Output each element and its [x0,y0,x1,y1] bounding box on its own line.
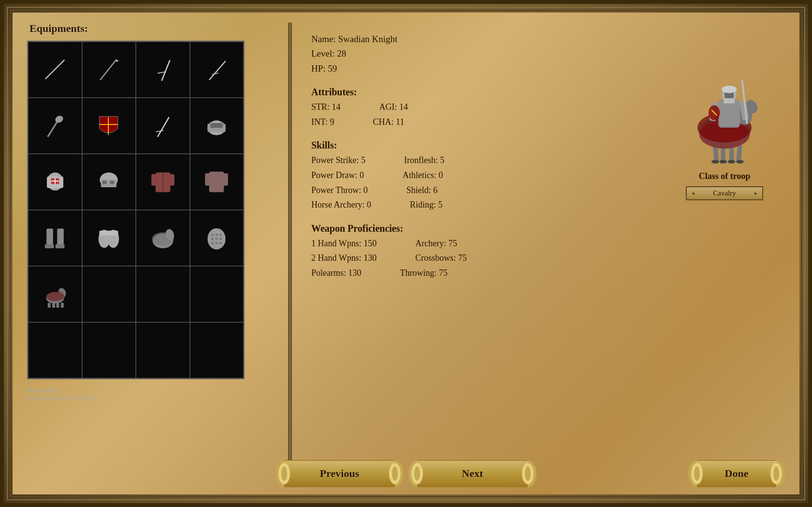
svg-point-54 [46,291,64,301]
svg-rect-30 [56,244,65,248]
equipment-title: Equipments: [29,22,278,35]
svg-point-8 [54,114,64,124]
equipment-cell[interactable] [190,42,244,98]
equipment-cell[interactable] [82,98,136,154]
equipment-grid [27,41,245,379]
svg-line-9 [158,117,169,137]
equipment-cell[interactable] [190,322,244,378]
archery: Archery: 75 [415,236,457,251]
svg-rect-105 [697,487,776,488]
svg-point-94 [525,466,531,481]
weapon-prof-section: Weapon Proficiencies: 1 Hand Wpns: 150 A… [311,223,659,281]
equipment-cell[interactable] [136,322,190,378]
svg-rect-29 [57,228,64,245]
svg-point-84 [281,466,287,481]
svg-point-93 [414,466,420,481]
svg-rect-23 [169,174,174,186]
attributes-section: Attributes: STR: 14 AGI: 14 INT: 9 CHA: … [311,87,659,129]
svg-rect-28 [45,244,54,248]
svg-point-42 [211,238,214,240]
weapon-prof-header: Weapon Proficiencies: [311,223,659,234]
svg-point-39 [211,234,214,236]
svg-rect-53 [61,303,64,308]
equipment-cell[interactable] [82,154,136,210]
equipment-cell[interactable] [190,266,244,322]
horse-archery: Horse Archery: 0 [311,197,371,212]
identity-section: Name: Swadian Knight Level: 28 HP: 59 [311,32,659,76]
equipment-cell[interactable] [28,322,82,378]
svg-point-41 [219,234,222,236]
skills-section: Skills: Power Strike: 5 Ironflesh: 5 Pow… [311,140,659,212]
character-panel: Class of troop Cavalry [664,22,785,485]
stats-panel: Name: Swadian Knight Level: 28 HP: 59 At… [302,22,664,485]
svg-point-103 [773,466,779,481]
svg-rect-86 [284,460,395,461]
riding: Riding: 5 [410,197,443,212]
svg-rect-61 [729,146,734,162]
class-dropdown[interactable]: Cavalry [686,186,763,200]
equipment-cell[interactable] [190,98,244,154]
attributes-header: Attributes: [311,87,659,98]
equipment-cell[interactable] [82,322,136,378]
svg-rect-18 [103,180,107,184]
equipment-cell[interactable] [136,42,190,98]
svg-line-1 [100,60,116,80]
svg-rect-22 [151,174,156,186]
save-status: Autosaving... Game saved successfully. [27,387,278,402]
svg-point-102 [694,466,700,481]
svg-rect-62 [736,146,742,162]
equipment-cell[interactable] [28,42,82,98]
shield: Shield: 6 [406,183,438,198]
svg-rect-26 [223,173,228,185]
character-portrait [676,32,773,167]
two-hand-wpns: 2 Hand Wpns: 130 [311,251,377,266]
equipment-cell[interactable] [82,42,136,98]
equipment-cell[interactable] [28,154,82,210]
done-button[interactable]: Done [688,458,785,490]
svg-point-73 [722,86,737,93]
svg-rect-96 [417,487,528,488]
troop-level: Level: 28 [311,46,659,61]
previous-button-label: Previous [320,467,359,480]
previous-button[interactable]: Previous [276,458,404,490]
svg-rect-24 [209,172,224,192]
svg-point-65 [728,160,735,164]
equipment-cell[interactable] [82,210,136,266]
svg-point-46 [216,242,218,244]
equipment-cell[interactable] [28,98,82,154]
equipment-cell[interactable] [136,154,190,210]
crossbows: Crossbows: 75 [415,251,467,266]
svg-line-7 [47,120,58,137]
equipment-cell[interactable] [28,210,82,266]
svg-point-40 [216,234,218,236]
equipment-cell[interactable] [136,98,190,154]
troop-name: Name: Swadian Knight [311,32,659,46]
throwing: Throwing: 75 [400,266,448,281]
svg-rect-50 [47,303,50,308]
skills-header: Skills: [311,140,659,151]
svg-rect-104 [697,460,776,461]
class-dropdown-value: Cavalry [713,189,736,197]
svg-rect-25 [205,173,210,185]
svg-rect-13 [211,123,223,128]
next-button-label: Next [462,467,483,480]
power-strike: Power Strike: 5 [311,153,365,168]
power-draw: Power Draw: 0 [311,168,364,183]
equipment-cell[interactable] [190,210,244,266]
power-throw: Power Throw: 0 [311,183,368,198]
svg-line-5 [209,61,226,80]
equipment-cell[interactable] [28,266,82,322]
equipment-cell[interactable] [136,266,190,322]
equipment-cell[interactable] [136,210,190,266]
svg-rect-52 [56,303,59,308]
svg-point-63 [711,160,719,164]
svg-point-64 [719,160,726,164]
str-value: STR: 14 [311,100,341,115]
equipment-cell[interactable] [82,266,136,322]
svg-point-45 [211,242,214,244]
athletics: Athletics: 0 [403,168,443,183]
svg-rect-34 [108,231,118,236]
svg-rect-19 [110,180,114,184]
next-button[interactable]: Next [408,458,536,490]
equipment-cell[interactable] [190,154,244,210]
